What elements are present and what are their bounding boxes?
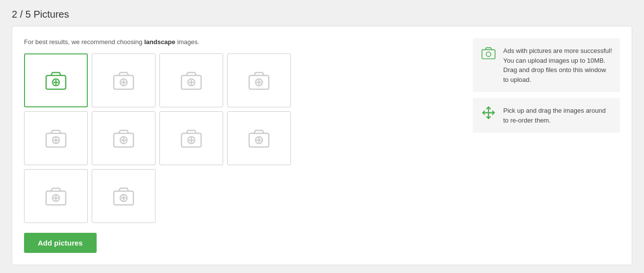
left-panel: For best results, we recommend choosing … — [24, 38, 461, 253]
right-panel: Ads with pictures are more successful! Y… — [473, 38, 620, 253]
image-slot-6[interactable] — [159, 111, 223, 165]
image-slot-0[interactable] — [24, 53, 88, 107]
image-slot-5[interactable] — [92, 111, 155, 165]
upload-info-text: Ads with pictures are more successful! Y… — [503, 46, 612, 84]
step-indicator: 2 / 5 — [12, 9, 31, 20]
svg-point-41 — [486, 52, 490, 56]
image-slot-3[interactable] — [227, 53, 291, 107]
image-slot-2[interactable] — [159, 53, 223, 107]
camera-info-icon — [481, 46, 496, 60]
image-grid — [24, 53, 461, 223]
image-slot-9[interactable] — [92, 169, 155, 223]
image-slot-8[interactable] — [24, 169, 88, 223]
info-card-upload: Ads with pictures are more successful! Y… — [473, 38, 620, 92]
svg-rect-40 — [482, 50, 495, 59]
image-slot-1[interactable] — [92, 53, 155, 107]
image-slot-7[interactable] — [227, 111, 291, 165]
image-slot-4[interactable] — [24, 111, 88, 165]
page-title: Pictures — [33, 9, 69, 20]
move-info-icon — [481, 106, 496, 120]
page-header: 2 / 5 Pictures — [0, 0, 644, 26]
add-pictures-button[interactable]: Add pictures — [24, 233, 97, 253]
info-card-reorder: Pick up and drag the images around to re… — [473, 98, 620, 133]
main-container: For best results, we recommend choosing … — [12, 26, 632, 265]
recommendation-text: For best results, we recommend choosing … — [24, 38, 461, 46]
reorder-info-text: Pick up and drag the images around to re… — [503, 106, 612, 125]
